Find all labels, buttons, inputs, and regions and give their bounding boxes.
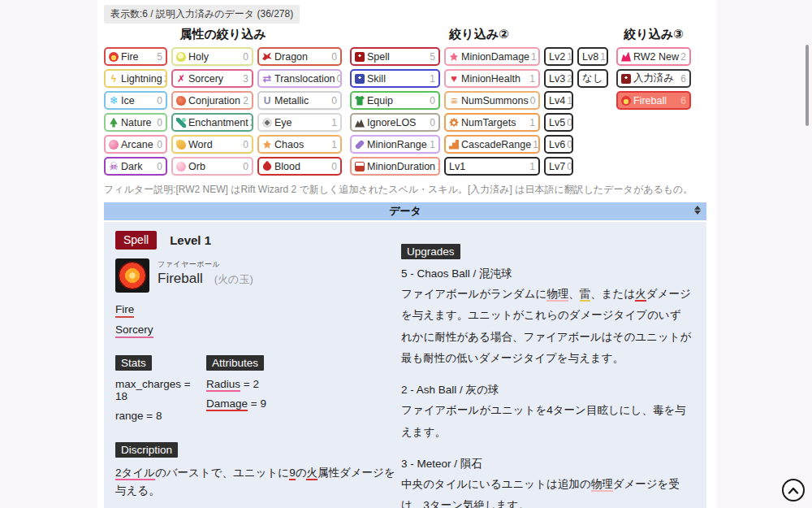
- filter-count: 1: [565, 51, 572, 63]
- filter-count: 0: [428, 117, 435, 128]
- filter-count: 6: [679, 95, 686, 106]
- filter-button-conjuration[interactable]: Conjuration2: [171, 91, 253, 110]
- filter-button--[interactable]: 入力済み6: [616, 69, 691, 88]
- chevron-up-icon: [788, 487, 799, 494]
- filter-button-arcane[interactable]: Arcane0: [104, 135, 167, 154]
- filter-count: 0: [155, 161, 162, 172]
- filter-label: Fireball: [633, 95, 667, 106]
- filter-button-minionhealth[interactable]: ♥MinionHealth1: [444, 69, 540, 88]
- filter-count: 0: [241, 161, 248, 172]
- description-block: Discription 2タイルのバーストで、ユニットに9の火属性ダメージを与え…: [115, 442, 401, 499]
- filter-count: 0: [565, 117, 572, 128]
- filter-button-word[interactable]: Word0: [171, 135, 253, 154]
- filter-count: 5: [155, 51, 162, 63]
- filter-count: 0: [241, 139, 248, 150]
- filter-button-lv7[interactable]: Lv70: [544, 157, 573, 176]
- filter-button-chaos[interactable]: Chaos1: [257, 135, 342, 154]
- filter-button-metallic[interactable]: UMetallic0: [257, 91, 342, 110]
- filter-label: Orb: [188, 161, 205, 172]
- filter-label: NumSummons: [461, 95, 529, 106]
- data-section-title: データ: [389, 204, 421, 219]
- filter-label: Arcane: [121, 139, 153, 150]
- filter-button-spell[interactable]: Spell5: [350, 47, 440, 66]
- card-right-column: Upgrades 5 - Chaos Ball / 混沌球ファイアボールがランダ…: [401, 231, 695, 508]
- filter-button-ice[interactable]: ❄Ice0: [104, 91, 167, 110]
- filter-label: なし: [582, 72, 603, 85]
- filter-button-lightning[interactable]: ϟLightning2: [104, 69, 167, 88]
- filter-button-minionrange[interactable]: MinionRange1: [350, 135, 440, 154]
- filter-count: 1: [598, 51, 606, 63]
- highlighted-term: 雷: [580, 288, 591, 302]
- filter-button-lv3[interactable]: Lv32: [544, 69, 573, 88]
- tag-link-sorcery[interactable]: Sorcery: [115, 323, 153, 338]
- filter-button-fire[interactable]: Fire5: [104, 47, 167, 66]
- filter-label: NumTargets: [461, 117, 516, 128]
- spell-icon: [355, 52, 365, 62]
- card-footer: 備考 データver:2024/3/25 確認済み 選択: [115, 501, 401, 508]
- translocation-icon: ⇄: [262, 74, 272, 84]
- stats-label: Stats: [115, 355, 152, 371]
- filter-button-lv4[interactable]: Lv41: [544, 91, 573, 110]
- filter-button-holy[interactable]: Holy0: [171, 47, 253, 66]
- filter-count: 1: [330, 139, 337, 150]
- upgrade-body: ファイアボールがユニットを4ターン目眩しにし、毒を与えます。: [401, 400, 692, 443]
- filter-button-miniondamage[interactable]: MinionDamage1: [444, 47, 540, 66]
- filter-button-lv8[interactable]: Lv81: [577, 47, 608, 66]
- spell-name-ja: (火の玉): [214, 272, 253, 287]
- attributes-rows: Radius = 2Damage = 9: [206, 378, 266, 410]
- filter-count: 0: [330, 95, 337, 106]
- filter-button-eye[interactable]: Eye1: [257, 113, 342, 132]
- scroll-to-top-button[interactable]: [782, 479, 805, 501]
- sort-icon[interactable]: [694, 206, 701, 215]
- filter-group1-chips: Fire5ϟLightning2❄Ice0Nature0Arcane0☠Dark…: [104, 47, 342, 176]
- filter-label: Lv3: [549, 73, 565, 85]
- description-label: Discription: [115, 442, 178, 458]
- filter-count: 2: [248, 117, 253, 128]
- filter-button-dark[interactable]: ☠Dark0: [104, 157, 167, 176]
- filter-button-orb[interactable]: Orb0: [171, 157, 253, 176]
- upgrade-body: ファイアボールがランダムに物理、雷、または火ダメージを与えます。ユニットがこれら…: [401, 284, 692, 369]
- text-segment: = 9: [248, 397, 266, 410]
- minionhealth-icon: ♥: [449, 74, 459, 84]
- spell-card-fireball: Spell Level 1 ファイヤーボール Fireball (火の玉) Fi…: [104, 222, 706, 508]
- upgrade-title: 5 - Chaos Ball / 混沌球: [401, 267, 692, 281]
- filter-button-minionduration[interactable]: MinionDuration1: [350, 157, 440, 176]
- data-section-header[interactable]: データ: [104, 202, 706, 220]
- filter-button-lv6[interactable]: Lv60: [544, 135, 573, 154]
- filter-button-lv2[interactable]: Lv21: [544, 47, 573, 66]
- filter-button-rw2-new[interactable]: RW2 New2: [616, 47, 691, 66]
- filter-button-numtargets[interactable]: NumTargets1: [444, 113, 540, 132]
- page-scrollbar[interactable]: [806, 45, 809, 126]
- filter-count: 2: [565, 73, 572, 85]
- attribute-row: Damage = 9: [206, 397, 266, 410]
- filter-button-translocation[interactable]: ⇄Translocation0: [257, 69, 342, 88]
- filter-label: Eye: [274, 117, 292, 128]
- filter-label: Lv1: [449, 161, 465, 172]
- filter-button-lv5[interactable]: Lv50: [544, 113, 573, 132]
- filter-button-fireball[interactable]: Fireball6: [616, 91, 691, 110]
- filter-count: 0: [241, 51, 248, 63]
- filter-button-nature[interactable]: Nature0: [104, 113, 167, 132]
- filter-button-dragon[interactable]: Dragon0: [257, 47, 342, 66]
- filter-button-skill[interactable]: Skill1: [350, 69, 440, 88]
- filter-button-numsummons[interactable]: ≡NumSummons0: [444, 91, 540, 110]
- filter-label: RW2 New: [633, 51, 679, 63]
- text-segment: 中央のタイルにいるユニットは追加の: [401, 478, 591, 490]
- filter-button-cascaderange[interactable]: CascadeRange1: [444, 135, 540, 154]
- filter-button-ignorelos[interactable]: IgnoreLOS0: [350, 113, 440, 132]
- filter-label: Lightning: [121, 73, 162, 85]
- filter-label: IgnoreLOS: [367, 117, 416, 128]
- filter-button--[interactable]: なし: [577, 69, 608, 88]
- filter-button-sorcery[interactable]: ✗Sorcery3: [171, 69, 253, 88]
- spell-level: Level 1: [170, 233, 211, 247]
- filter-count: 1: [529, 51, 537, 63]
- filter-button-lv1[interactable]: Lv11: [444, 157, 540, 176]
- tag-link-fire[interactable]: Fire: [115, 302, 134, 318]
- filter-count: 0: [155, 95, 162, 106]
- stats-block: Stats max_charges = 18range = 8: [115, 355, 203, 422]
- filter-count: 0: [565, 161, 572, 172]
- card-left-column: Spell Level 1 ファイヤーボール Fireball (火の玉) Fi…: [115, 231, 401, 508]
- filter-button-blood[interactable]: Blood0: [257, 157, 342, 176]
- filter-button-equip[interactable]: Equip0: [350, 91, 440, 110]
- filter-button-enchantment[interactable]: Enchantment2: [171, 113, 253, 132]
